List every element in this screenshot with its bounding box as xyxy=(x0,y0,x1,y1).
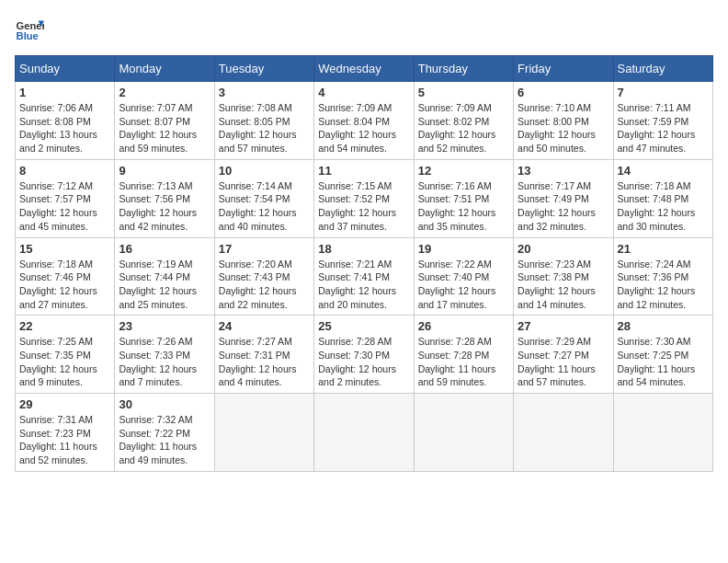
column-header-wednesday: Wednesday xyxy=(314,56,414,82)
day-number: 2 xyxy=(119,86,210,99)
calendar-cell: 15Sunrise: 7:18 AMSunset: 7:46 PMDayligh… xyxy=(16,237,115,316)
day-number: 21 xyxy=(618,242,709,256)
day-number: 3 xyxy=(219,86,310,99)
week-row-1: 1Sunrise: 7:06 AMSunset: 8:08 PMDaylight… xyxy=(16,82,713,160)
calendar-table: SundayMondayTuesdayWednesdayThursdayFrid… xyxy=(15,55,713,472)
calendar-cell: 30Sunrise: 7:32 AMSunset: 7:22 PMDayligh… xyxy=(115,394,214,472)
calendar-cell: 26Sunrise: 7:28 AMSunset: 7:28 PMDayligh… xyxy=(414,316,513,394)
day-info: Sunrise: 7:28 AMSunset: 7:30 PMDaylight:… xyxy=(318,335,409,389)
day-number: 7 xyxy=(618,86,709,99)
day-info: Sunrise: 7:09 AMSunset: 8:02 PMDaylight:… xyxy=(418,101,509,155)
calendar-cell: 21Sunrise: 7:24 AMSunset: 7:36 PMDayligh… xyxy=(613,237,712,316)
day-number: 25 xyxy=(318,319,409,333)
calendar-cell xyxy=(214,394,313,472)
calendar-cell: 4Sunrise: 7:09 AMSunset: 8:04 PMDaylight… xyxy=(314,82,414,160)
week-row-2: 8Sunrise: 7:12 AMSunset: 7:57 PMDaylight… xyxy=(16,159,713,237)
calendar-cell: 23Sunrise: 7:26 AMSunset: 7:33 PMDayligh… xyxy=(115,316,214,394)
day-info: Sunrise: 7:08 AMSunset: 8:05 PMDaylight:… xyxy=(219,101,310,155)
calendar-cell xyxy=(414,394,513,472)
column-header-monday: Monday xyxy=(115,56,214,82)
calendar-cell: 22Sunrise: 7:25 AMSunset: 7:35 PMDayligh… xyxy=(16,316,115,394)
day-number: 9 xyxy=(119,164,210,178)
calendar-cell xyxy=(613,394,712,472)
day-info: Sunrise: 7:24 AMSunset: 7:36 PMDaylight:… xyxy=(618,258,709,312)
day-info: Sunrise: 7:22 AMSunset: 7:40 PMDaylight:… xyxy=(418,258,509,312)
day-info: Sunrise: 7:20 AMSunset: 7:43 PMDaylight:… xyxy=(219,258,310,312)
day-number: 6 xyxy=(518,86,609,99)
day-info: Sunrise: 7:29 AMSunset: 7:27 PMDaylight:… xyxy=(518,335,609,389)
day-number: 4 xyxy=(318,86,409,99)
calendar-cell: 11Sunrise: 7:15 AMSunset: 7:52 PMDayligh… xyxy=(314,159,414,237)
day-number: 27 xyxy=(518,319,609,333)
day-number: 18 xyxy=(318,242,409,256)
day-info: Sunrise: 7:25 AMSunset: 7:35 PMDaylight:… xyxy=(19,335,110,389)
day-info: Sunrise: 7:18 AMSunset: 7:46 PMDaylight:… xyxy=(19,258,110,312)
calendar-cell: 12Sunrise: 7:16 AMSunset: 7:51 PMDayligh… xyxy=(414,159,513,237)
calendar-cell: 5Sunrise: 7:09 AMSunset: 8:02 PMDaylight… xyxy=(414,82,513,160)
day-number: 11 xyxy=(318,164,409,178)
day-number: 22 xyxy=(19,319,110,333)
day-info: Sunrise: 7:14 AMSunset: 7:54 PMDaylight:… xyxy=(219,179,310,234)
day-info: Sunrise: 7:23 AMSunset: 7:38 PMDaylight:… xyxy=(518,258,609,312)
column-header-thursday: Thursday xyxy=(414,56,513,82)
calendar-cell: 1Sunrise: 7:06 AMSunset: 8:08 PMDaylight… xyxy=(16,82,115,160)
day-info: Sunrise: 7:07 AMSunset: 8:07 PMDaylight:… xyxy=(119,101,210,155)
day-info: Sunrise: 7:17 AMSunset: 7:49 PMDaylight:… xyxy=(518,179,609,234)
day-number: 8 xyxy=(19,164,110,178)
calendar-cell: 19Sunrise: 7:22 AMSunset: 7:40 PMDayligh… xyxy=(414,237,513,316)
column-header-tuesday: Tuesday xyxy=(214,56,313,82)
week-row-3: 15Sunrise: 7:18 AMSunset: 7:46 PMDayligh… xyxy=(16,237,713,316)
calendar-cell: 28Sunrise: 7:30 AMSunset: 7:25 PMDayligh… xyxy=(613,316,712,394)
day-number: 20 xyxy=(518,242,609,256)
header-row: SundayMondayTuesdayWednesdayThursdayFrid… xyxy=(16,56,713,82)
calendar-cell: 24Sunrise: 7:27 AMSunset: 7:31 PMDayligh… xyxy=(214,316,313,394)
day-number: 26 xyxy=(418,319,509,333)
logo: General Blue xyxy=(15,15,44,44)
day-number: 12 xyxy=(418,164,509,178)
day-info: Sunrise: 7:30 AMSunset: 7:25 PMDaylight:… xyxy=(618,335,709,389)
day-info: Sunrise: 7:10 AMSunset: 8:00 PMDaylight:… xyxy=(518,101,609,155)
day-number: 29 xyxy=(19,397,110,411)
day-number: 17 xyxy=(219,242,310,256)
page-header: General Blue xyxy=(15,15,713,44)
calendar-cell: 14Sunrise: 7:18 AMSunset: 7:48 PMDayligh… xyxy=(613,159,712,237)
calendar-cell: 7Sunrise: 7:11 AMSunset: 7:59 PMDaylight… xyxy=(613,82,712,160)
column-header-friday: Friday xyxy=(514,56,613,82)
day-number: 30 xyxy=(119,397,210,411)
calendar-cell: 20Sunrise: 7:23 AMSunset: 7:38 PMDayligh… xyxy=(514,237,613,316)
day-info: Sunrise: 7:32 AMSunset: 7:22 PMDaylight:… xyxy=(119,413,210,467)
calendar-cell: 25Sunrise: 7:28 AMSunset: 7:30 PMDayligh… xyxy=(314,316,414,394)
calendar-cell: 3Sunrise: 7:08 AMSunset: 8:05 PMDaylight… xyxy=(214,82,313,160)
day-number: 14 xyxy=(618,164,709,178)
calendar-cell: 27Sunrise: 7:29 AMSunset: 7:27 PMDayligh… xyxy=(514,316,613,394)
day-number: 23 xyxy=(119,319,210,333)
day-number: 24 xyxy=(219,319,310,333)
week-row-5: 29Sunrise: 7:31 AMSunset: 7:23 PMDayligh… xyxy=(16,394,713,472)
calendar-cell: 13Sunrise: 7:17 AMSunset: 7:49 PMDayligh… xyxy=(514,159,613,237)
day-number: 1 xyxy=(19,86,110,99)
day-number: 19 xyxy=(418,242,509,256)
day-info: Sunrise: 7:21 AMSunset: 7:41 PMDaylight:… xyxy=(318,258,409,312)
day-info: Sunrise: 7:16 AMSunset: 7:51 PMDaylight:… xyxy=(418,179,509,234)
calendar-cell xyxy=(314,394,414,472)
day-number: 15 xyxy=(19,242,110,256)
day-info: Sunrise: 7:27 AMSunset: 7:31 PMDaylight:… xyxy=(219,335,310,389)
day-info: Sunrise: 7:15 AMSunset: 7:52 PMDaylight:… xyxy=(318,179,409,234)
column-header-sunday: Sunday xyxy=(16,56,115,82)
day-info: Sunrise: 7:19 AMSunset: 7:44 PMDaylight:… xyxy=(119,258,210,312)
logo-icon: General Blue xyxy=(15,15,44,44)
day-number: 13 xyxy=(518,164,609,178)
day-info: Sunrise: 7:13 AMSunset: 7:56 PMDaylight:… xyxy=(119,179,210,234)
day-info: Sunrise: 7:12 AMSunset: 7:57 PMDaylight:… xyxy=(19,179,110,234)
day-info: Sunrise: 7:31 AMSunset: 7:23 PMDaylight:… xyxy=(19,413,110,467)
svg-text:Blue: Blue xyxy=(17,30,39,41)
calendar-cell: 2Sunrise: 7:07 AMSunset: 8:07 PMDaylight… xyxy=(115,82,214,160)
day-info: Sunrise: 7:06 AMSunset: 8:08 PMDaylight:… xyxy=(19,101,110,155)
day-number: 28 xyxy=(618,319,709,333)
calendar-cell: 6Sunrise: 7:10 AMSunset: 8:00 PMDaylight… xyxy=(514,82,613,160)
calendar-cell xyxy=(514,394,613,472)
column-header-saturday: Saturday xyxy=(613,56,712,82)
day-number: 5 xyxy=(418,86,509,99)
day-info: Sunrise: 7:18 AMSunset: 7:48 PMDaylight:… xyxy=(618,179,709,234)
day-info: Sunrise: 7:26 AMSunset: 7:33 PMDaylight:… xyxy=(119,335,210,389)
